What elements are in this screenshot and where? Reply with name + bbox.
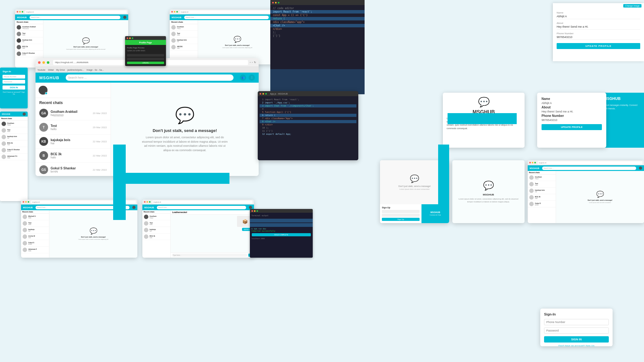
- close-dot: [127, 37, 128, 39]
- list-item[interactable]: Test hello: [170, 31, 198, 37]
- tab-gmail[interactable]: GMail: [48, 69, 53, 71]
- list-item[interactable]: kajukaja bois hai: [528, 188, 556, 194]
- list-item[interactable]: Gokul S Shankar brAIN: [0, 147, 28, 154]
- dialog-field-2: [127, 58, 164, 60]
- chat-contact-name: Leatherneckel: [171, 210, 254, 215]
- forward-icon[interactable]: ›: [252, 61, 253, 64]
- signin-password-input[interactable]: Password: [3, 80, 25, 84]
- signin-button[interactable]: SIGN IN: [3, 85, 25, 90]
- url-bar-brc: msghub.ml: [538, 161, 642, 164]
- list-item[interactable]: BCE 3k halo: [142, 233, 170, 240]
- list-item[interactable]: BCE 3k halo: [0, 140, 28, 147]
- mini-search-bar-2[interactable]: Search here ...: [184, 16, 269, 19]
- list-item[interactable]: kajukaja bois hai: [0, 134, 28, 140]
- tiny-logo: MSGHUB: [2, 113, 10, 115]
- search-bc[interactable]: Search here ...: [157, 206, 246, 209]
- menu-icon[interactable]: ⋮: [249, 74, 255, 81]
- splash-name-input[interactable]: [382, 210, 420, 213]
- chat-info: Test hello: [22, 32, 41, 36]
- mini-sidebar-top-center: Recent chats Goutham hayyy Test hello ka…: [170, 20, 198, 64]
- list-item[interactable]: Mitchell S hello: [21, 214, 49, 220]
- list-item[interactable]: kajukaja bois hai: [15, 37, 43, 44]
- chat-bubble-icon: 💬: [82, 37, 90, 45]
- dark-window-bar: [270, 0, 365, 5]
- reload-icon[interactable]: ↻: [254, 61, 256, 64]
- list-item[interactable]: Archie M halo: [21, 233, 49, 240]
- list-item[interactable]: kajukaja hai: [21, 227, 49, 233]
- chat-info: Test hello: [177, 32, 196, 36]
- chat-messages: 📦 SEND IT: [171, 215, 254, 252]
- list-item[interactable]: Goutham Arakkail hayyyyyyy: [15, 24, 43, 31]
- mini-sidebar-bl: Recent chats Mitchell S hello Test hello…: [21, 210, 49, 258]
- url-bar-bc: msghub.ml: [152, 200, 252, 204]
- close-icon[interactable]: [38, 61, 41, 64]
- list-item[interactable]: Test hello: [15, 31, 43, 37]
- profile-about-label: About: [542, 106, 602, 109]
- bottom-phone-input[interactable]: [544, 319, 609, 325]
- window-top-right-dark: // code editor import React from 'react'…: [270, 0, 365, 94]
- bottom-password-input[interactable]: [544, 327, 609, 334]
- tab-youtube[interactable]: Youtube: [37, 69, 45, 71]
- search-input-main[interactable]: Search here ...: [66, 74, 234, 81]
- list-item[interactable]: Gokul S Shankar brAIN: [15, 51, 43, 57]
- list-item[interactable]: Gokul S brAIN: [21, 240, 49, 247]
- list-item[interactable]: B BCE 3k halo 22 Mar 2022: [36, 149, 111, 163]
- tab-image[interactable]: Image - So - Sa...: [86, 69, 104, 71]
- close-dot: [260, 93, 261, 95]
- chat-info: ABCDE halo: [177, 46, 196, 49]
- mini-empty-state-top-center: 💬 Don't just stalk, send a message! Lore…: [198, 20, 277, 64]
- people-icon[interactable]: 👥: [240, 74, 246, 81]
- list-item[interactable]: Test hello: [21, 220, 49, 227]
- list-item[interactable]: Goutham hayyy: [142, 214, 170, 220]
- dialog-green-btn[interactable]: Profile Page: [125, 40, 166, 45]
- list-item[interactable]: T Test hello 29 Mar 2022: [36, 120, 111, 134]
- tab-drive[interactable]: My Drive: [56, 69, 65, 71]
- tab-jackline[interactable]: jackline/izi/polu...: [67, 69, 84, 71]
- bottom-signin-button[interactable]: SIGN IN: [544, 336, 609, 343]
- bottom-signup-link[interactable]: Don't have an account? Sign Up: [544, 344, 609, 346]
- chat-info: Gokul S brAIN: [535, 202, 554, 206]
- splash-signup-btn[interactable]: Sign Up: [382, 218, 420, 221]
- mini-header-brc: MSGHUB Search here ...: [528, 165, 644, 171]
- list-item[interactable]: Test hello: [0, 127, 28, 134]
- dialog-update-btn[interactable]: UPDATE: [127, 62, 164, 64]
- signin-signup-link[interactable]: Don't have an account? Sign Up: [3, 91, 25, 95]
- mini-search-bar[interactable]: Search here ...: [30, 16, 120, 19]
- mini-avatar: [123, 16, 126, 19]
- minimize-icon[interactable]: [42, 61, 45, 64]
- list-item[interactable]: GS Gokul S Shankar brAIN 22 Mar 2022: [36, 163, 111, 176]
- list-item[interactable]: Test hello: [142, 220, 170, 227]
- signin-phone-input[interactable]: Phone Number: [3, 75, 25, 79]
- list-item[interactable]: kajukaja bois hai: [170, 37, 198, 44]
- chat-info: BCE 3k halo: [150, 235, 169, 239]
- list-item[interactable]: Test hello: [528, 181, 556, 188]
- list-item[interactable]: BCE 3k halo: [15, 44, 43, 51]
- change-image-button[interactable]: Change Image: [623, 4, 641, 8]
- list-item[interactable]: kajukaja hai: [142, 227, 170, 233]
- back-icon[interactable]: ‹: [250, 61, 251, 64]
- update-profile-button[interactable]: UPDATE PROFILE: [557, 43, 640, 49]
- list-item[interactable]: Goutham hayyy: [0, 121, 28, 127]
- teal-accent-top-right: [448, 113, 517, 124]
- chat-message-input[interactable]: Type here...: [172, 254, 247, 257]
- terminal-action-btn[interactable]: BUILD COMPLETE: [252, 233, 311, 236]
- list-item[interactable]: Goutham hayyy: [528, 174, 556, 181]
- mini-browser-bar-top-center: msghub.ml: [170, 9, 277, 14]
- avatar: [2, 122, 6, 126]
- list-item[interactable]: Gokul S brAIN: [528, 201, 556, 207]
- list-item[interactable]: GA Goutham Arakkail hayyyyyyy 20 Mar 202…: [36, 106, 111, 120]
- splash-pass-input[interactable]: [382, 214, 420, 217]
- list-item[interactable]: Abhishek P hello: [21, 247, 49, 253]
- chat-bubble-icon-main: 💬: [175, 106, 195, 124]
- maximize-icon[interactable]: [47, 61, 49, 64]
- list-item[interactable]: KB kajukaja bois hai 22 Mar 2022: [36, 134, 111, 149]
- list-item[interactable]: ABCDE halo: [170, 44, 198, 51]
- list-item[interactable]: Abhishek P S hello: [0, 154, 28, 160]
- update-profile-btn-right[interactable]: UPDATE PROFILE: [542, 124, 602, 130]
- app-logo-small-2: MSGHUB: [172, 16, 181, 19]
- search-brc[interactable]: Search here ...: [542, 167, 636, 170]
- splash-signin-panel: Sign-Up Sign Up: [380, 204, 421, 223]
- list-item[interactable]: BCE 3k halo: [528, 194, 556, 201]
- list-item[interactable]: Goutham hayyy: [170, 24, 198, 31]
- chat-info: Gokul S brAIN: [28, 242, 47, 245]
